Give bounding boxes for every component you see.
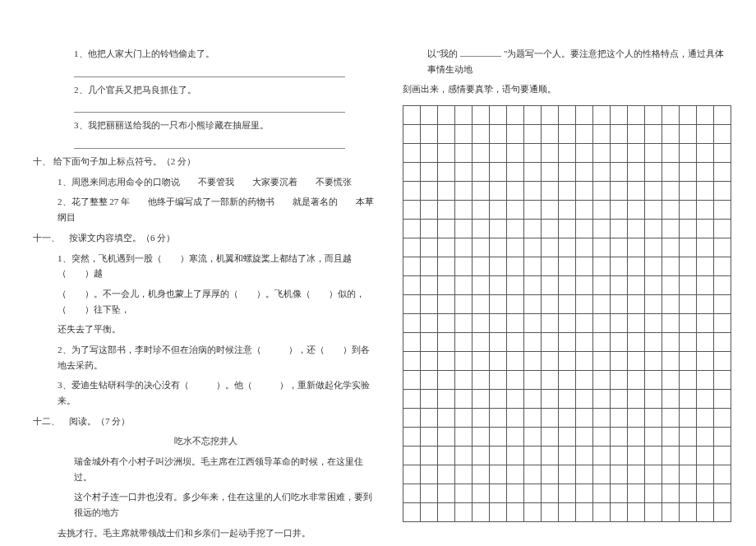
grid-cell: [507, 447, 524, 465]
grid-cell: [542, 314, 559, 333]
grid-cell: [593, 144, 611, 163]
grid-cell: [507, 106, 524, 125]
grid-cell: [507, 352, 524, 371]
grid-cell: [576, 257, 593, 276]
grid-cell: [559, 257, 576, 276]
grid-cell: [507, 163, 524, 182]
grid-cell: [559, 503, 576, 522]
grid-cell: [421, 447, 438, 465]
grid-cell: [576, 428, 593, 447]
section-11-q3: 3、爱迪生钻研科学的决心没有（ ）。他（ ），重新做起化学实验来。: [33, 377, 378, 408]
grid-cell: [662, 484, 680, 503]
grid-cell: [542, 371, 559, 390]
grid-cell: [542, 465, 559, 484]
grid-cell: [490, 447, 507, 465]
grid-cell: [680, 465, 697, 484]
grid-cell: [542, 503, 559, 522]
grid-cell: [714, 238, 731, 257]
grid-cell: [576, 201, 593, 220]
title-blank: [460, 46, 501, 57]
grid-cell: [524, 409, 542, 428]
grid-cell: [403, 333, 421, 352]
grid-cell: [628, 409, 645, 428]
grid-cell: [472, 182, 490, 201]
grid-cell: [438, 390, 455, 409]
grid-cell: [403, 238, 421, 257]
grid-cell: [680, 447, 697, 465]
grid-cell: [403, 295, 421, 314]
grid-cell: [645, 409, 662, 428]
grid-cell: [697, 503, 714, 522]
grid-cell: [680, 144, 697, 163]
grid-cell: [421, 106, 438, 125]
grid-cell: [403, 484, 421, 503]
grid-cell: [490, 409, 507, 428]
grid-cell: [507, 503, 524, 522]
grid-cell: [697, 352, 714, 371]
passage-p2a: 这个村子连一口井也没有。多少年来，住在这里的人们吃水非常困难，要到很远的地方: [33, 489, 378, 520]
grid-cell: [403, 390, 421, 409]
grid-cell: [542, 220, 559, 238]
grid-cell: [472, 295, 490, 314]
grid-cell: [490, 428, 507, 447]
grid-cell: [507, 144, 524, 163]
grid-cell: [524, 447, 542, 465]
grid-cell: [455, 333, 472, 352]
grid-cell: [455, 163, 472, 182]
grid-cell: [438, 295, 455, 314]
grid-cell: [593, 390, 611, 409]
grid-cell: [559, 201, 576, 220]
grid-cell: [403, 314, 421, 333]
grid-cell: [697, 276, 714, 295]
grid-cell: [714, 276, 731, 295]
grid-cell: [714, 371, 731, 390]
grid-cell: [593, 163, 611, 182]
grid-cell: [559, 106, 576, 125]
grid-cell: [507, 314, 524, 333]
grid-cell: [472, 201, 490, 220]
grid-cell: [645, 371, 662, 390]
grid-cell: [559, 447, 576, 465]
grid-cell: [697, 333, 714, 352]
grid-cell: [628, 314, 645, 333]
grid-cell: [714, 314, 731, 333]
grid-cell: [593, 428, 611, 447]
grid-cell: [472, 333, 490, 352]
grid-cell: [662, 428, 680, 447]
grid-cell: [438, 333, 455, 352]
grid-cell: [490, 371, 507, 390]
grid-cell: [662, 371, 680, 390]
grid-cell: [524, 503, 542, 522]
grid-cell: [697, 314, 714, 333]
grid-cell: [680, 163, 697, 182]
grid-cell: [524, 465, 542, 484]
grid-cell: [697, 390, 714, 409]
grid-cell: [593, 257, 611, 276]
grid-cell: [403, 201, 421, 220]
grid-cell: [438, 428, 455, 447]
grid-cell: [611, 125, 628, 144]
grid-cell: [438, 371, 455, 390]
grid-cell: [576, 182, 593, 201]
grid-cell: [628, 125, 645, 144]
grid-cell: [524, 333, 542, 352]
grid-cell: [593, 201, 611, 220]
grid-cell: [421, 238, 438, 257]
grid-cell: [576, 447, 593, 465]
grid-cell: [576, 333, 593, 352]
grid-cell: [628, 465, 645, 484]
grid-cell: [611, 352, 628, 371]
grid-cell: [438, 238, 455, 257]
grid-cell: [611, 295, 628, 314]
section-10-q1: 1、周恩来同志用命令的口吻说 不要管我 大家要沉着 不要慌张: [33, 174, 378, 190]
grid-cell: [593, 503, 611, 522]
section-11-q2: 2、为了写这部书，李时珍不但在治病的时候注意（ ），还（ ）到各地去采药。: [33, 342, 378, 372]
section-11-title: 十一、 按课文内容填空。（6 分）: [33, 230, 378, 246]
grid-cell: [697, 182, 714, 201]
grid-cell: [714, 257, 731, 276]
grid-cell: [542, 125, 559, 144]
grid-cell: [507, 465, 524, 484]
grid-cell: [680, 257, 697, 276]
grid-cell: [593, 106, 611, 125]
grid-cell: [680, 276, 697, 295]
